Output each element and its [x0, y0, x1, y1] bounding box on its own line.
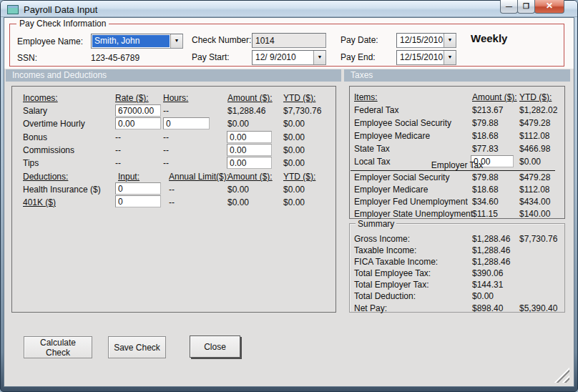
- overtime-amount: $0.00: [227, 119, 249, 129]
- total-deduction-amount: $0.00: [472, 291, 494, 301]
- tips-rate: --: [115, 158, 121, 168]
- pay-date-value: 12/15/2010: [397, 34, 444, 47]
- tax-row-label: Employee Medicare: [354, 131, 430, 141]
- tax-row-label: Employee Social Security: [354, 118, 451, 128]
- ytd-col-header: YTD ($):: [283, 93, 315, 103]
- salary-rate-input[interactable]: [115, 104, 161, 117]
- income-row-label: Commissions: [23, 145, 74, 155]
- chevron-down-icon[interactable]: ▼: [444, 51, 456, 64]
- pay-start-value: 12/ 9/2010: [253, 51, 313, 64]
- amount-col-header: Amount ($):: [472, 92, 517, 102]
- chevron-down-icon[interactable]: ▼: [170, 34, 182, 48]
- close-button[interactable]: ✕: [534, 0, 564, 14]
- federal-tax-ytd: $1,282.02: [519, 105, 557, 115]
- pay-start-label: Pay Start:: [192, 52, 230, 62]
- health-insurance-input[interactable]: [115, 182, 161, 195]
- bonus-ytd: $0.00: [283, 132, 305, 142]
- overtime-hours-input[interactable]: [163, 117, 210, 129]
- employer-tax-divider: [351, 170, 555, 171]
- employee-name-value: Smith, John: [92, 35, 170, 47]
- ytd-col-header: YTD ($):: [519, 92, 552, 102]
- check-number-field[interactable]: [252, 33, 326, 48]
- health-insurance-amount: $0.00: [227, 185, 249, 195]
- minimize-button[interactable]: —: [500, 0, 518, 14]
- bonus-hours: --: [163, 132, 169, 142]
- salary-amount: $1,288.46: [227, 106, 265, 116]
- summary-row-label: Net Pay:: [354, 303, 387, 313]
- taxable-income-amount: $1,288.46: [472, 245, 510, 255]
- gross-income-amount: $1,288.46: [472, 234, 510, 244]
- 401k-ytd: $0.00: [283, 197, 305, 207]
- health-insurance-ytd: $0.00: [283, 185, 305, 195]
- summary-row-label: Total Employer Tax:: [354, 280, 429, 290]
- save-check-button[interactable]: Save Check: [108, 336, 166, 358]
- tips-ytd: $0.00: [283, 158, 305, 168]
- ssn-label: SSN:: [17, 53, 37, 63]
- emp-medicare-ytd: $112.08: [519, 131, 550, 141]
- summary-row-label: FICA Taxable Income:: [354, 257, 438, 267]
- net-pay-amount: $898.40: [472, 303, 503, 313]
- incomes-col-header: Incomes:: [23, 93, 58, 103]
- employee-name-combo[interactable]: Smith, John ▼: [91, 34, 183, 49]
- 401k-input[interactable]: [115, 195, 161, 207]
- commissions-ytd: $0.00: [283, 145, 305, 155]
- employer-medicare-ytd: $112.08: [519, 185, 550, 195]
- employer-row-label: Employer Medicare: [354, 185, 428, 195]
- close-check-button[interactable]: Close: [190, 335, 240, 358]
- employer-state-unemp-ytd: $140.00: [519, 209, 550, 219]
- employer-ss-amount: $79.88: [472, 172, 499, 182]
- tax-row-label: State Tax: [354, 144, 390, 154]
- employee-name-label: Employee Name:: [17, 36, 83, 46]
- commissions-rate: --: [115, 145, 121, 155]
- rate-col-header: Rate ($):: [115, 93, 149, 103]
- incomes-panel-header: Incomes and Deductions: [6, 69, 341, 82]
- employer-fed-unemp-amount: $34.60: [472, 197, 499, 207]
- pay-end-label: Pay End:: [341, 52, 376, 62]
- paycheck-info-legend: Pay Check Information: [16, 19, 109, 29]
- 401k-link[interactable]: 401K ($): [23, 197, 56, 207]
- health-insurance-limit: --: [169, 185, 175, 195]
- pay-end-picker[interactable]: 12/15/2010 ▼: [396, 50, 456, 65]
- overtime-rate-input[interactable]: [115, 117, 161, 129]
- summary-row-label: Taxable Income:: [354, 245, 416, 255]
- overtime-ytd: $0.00: [283, 119, 305, 129]
- window-title: Payroll Data Input: [24, 4, 97, 15]
- pay-date-picker[interactable]: 12/15/2010 ▼: [396, 33, 456, 48]
- chevron-down-icon[interactable]: ▼: [444, 34, 456, 47]
- calculate-check-button[interactable]: Calculate Check: [24, 336, 92, 358]
- state-tax-ytd: $466.98: [519, 144, 550, 154]
- app-icon: [7, 5, 19, 14]
- pay-start-picker[interactable]: 12/ 9/2010 ▼: [252, 50, 326, 65]
- emp-ss-ytd: $479.28: [519, 118, 550, 128]
- tips-amount-input[interactable]: [227, 157, 272, 169]
- bonus-amount-input[interactable]: [227, 131, 272, 143]
- pay-end-value: 12/15/2010: [397, 51, 444, 64]
- chevron-down-icon[interactable]: ▼: [313, 51, 325, 64]
- minimize-icon: —: [506, 3, 512, 10]
- net-pay-ytd: $5,390.40: [519, 303, 557, 313]
- commissions-amount-input[interactable]: [227, 144, 272, 156]
- employer-row-label: Employer Social Security: [354, 172, 449, 182]
- income-row-label: Tips: [23, 158, 39, 168]
- commissions-hours: --: [163, 145, 169, 155]
- tips-hours: --: [163, 158, 169, 168]
- title-bar[interactable]: Payroll Data Input: [1, 1, 577, 17]
- payroll-window: Payroll Data Input — ❐ ✕ Pay Check Infor…: [0, 0, 578, 392]
- 401k-limit: --: [169, 197, 175, 207]
- maximize-icon: ❐: [523, 2, 529, 10]
- salary-ytd: $7,730.76: [283, 106, 321, 116]
- employer-ss-ytd: $479.28: [519, 172, 550, 182]
- income-row-label: Salary: [23, 106, 47, 116]
- state-tax-amount: $77.83: [472, 144, 499, 154]
- emp-medicare-amount: $18.68: [472, 131, 499, 141]
- employer-row-label: Employer State Unemployment: [354, 209, 473, 219]
- summary-legend: Summary: [356, 219, 396, 229]
- emp-ss-amount: $79.88: [472, 118, 499, 128]
- maximize-button[interactable]: ❐: [517, 0, 535, 14]
- employer-row-label: Employer Fed Unemployment: [354, 197, 468, 207]
- employer-state-unemp-amount: $11.15: [472, 209, 498, 219]
- summary-row-label: Total Deduction:: [354, 291, 416, 301]
- amount-col-header: Amount ($):: [227, 172, 273, 182]
- summary-row-label: Gross Income:: [354, 234, 410, 244]
- items-col-header: Items:: [354, 92, 378, 102]
